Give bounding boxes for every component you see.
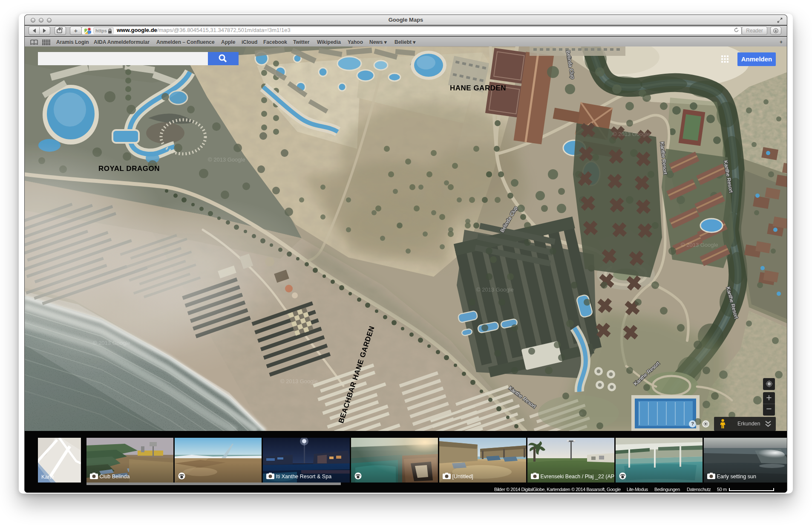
svg-text:© 2013 Google: © 2013 Google [93,340,130,346]
svg-text:© 2013 Google: © 2013 Google [613,131,650,137]
svg-text:© 2013 Google: © 2013 Google [208,156,245,163]
svg-text:© 2013 Google: © 2013 Google [476,286,514,293]
svg-text:© 2013 Google: © 2013 Google [681,242,718,248]
svg-text:© 2013 Google: © 2013 Google [280,378,318,384]
